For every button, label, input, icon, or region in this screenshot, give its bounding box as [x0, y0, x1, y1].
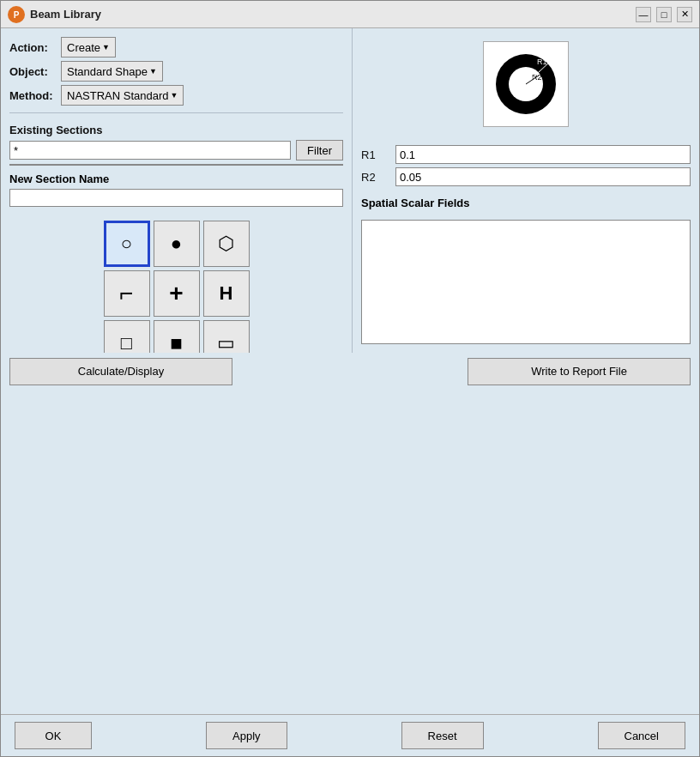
spacer-area: ↖ — [1, 391, 699, 715]
maximize-button[interactable]: □ — [656, 7, 672, 22]
shape-hexagon[interactable]: ⬡ — [203, 221, 250, 267]
shape-h[interactable]: H — [203, 270, 250, 317]
action-dropdown[interactable]: Create ▼ — [61, 37, 116, 58]
right-panel: R1 R2 R1 R2 — [353, 28, 699, 353]
reset-button[interactable]: Reset — [401, 722, 484, 749]
shape-grid: ○ ● ⬡ ⌐ + H □ ■ ▭ — [104, 221, 250, 353]
titlebar: P Beam Library — □ ✕ — [1, 1, 699, 28]
new-section-label: New Section Name — [9, 173, 343, 185]
cancel-button[interactable]: Cancel — [598, 722, 685, 749]
report-button[interactable]: Write to Report File — [468, 358, 691, 385]
sections-list[interactable] — [9, 164, 343, 166]
object-label: Object: — [9, 65, 61, 78]
window-title: Beam Library — [30, 8, 101, 21]
minimize-button[interactable]: — — [636, 7, 651, 22]
new-section-input[interactable] — [9, 189, 343, 207]
params-container: R1 R2 — [361, 145, 691, 190]
titlebar-left: P Beam Library — [8, 6, 101, 23]
r2-label: R2 — [361, 171, 395, 184]
shape-rect-hollow[interactable]: ▭ — [203, 320, 250, 353]
left-panel: Action: Create ▼ Object: Standard Shape … — [1, 28, 353, 353]
r1-label: R1 — [361, 148, 395, 161]
bottom-buttons: Calculate/Display Write to Report File — [1, 353, 699, 391]
ok-button[interactable]: OK — [15, 722, 92, 749]
svg-text:R1: R1 — [537, 58, 547, 66]
method-dropdown[interactable]: NASTRAN Standard ▼ — [61, 85, 184, 106]
shape-hollow-circle[interactable]: ○ — [104, 221, 150, 267]
svg-text:P: P — [14, 10, 20, 20]
shape-l-shape[interactable]: ⌐ — [104, 270, 150, 317]
close-button[interactable]: ✕ — [677, 7, 692, 22]
shape-plus[interactable]: + — [154, 270, 200, 317]
app-icon: P — [8, 6, 25, 23]
shape-solid-circle[interactable]: ● — [154, 221, 200, 267]
object-row: Object: Standard Shape ▼ — [9, 61, 343, 82]
method-dropdown-arrow: ▼ — [171, 91, 178, 100]
calculate-button[interactable]: Calculate/Display — [9, 358, 232, 385]
r2-input[interactable] — [395, 167, 691, 186]
method-row: Method: NASTRAN Standard ▼ — [9, 85, 343, 106]
shape-square-hollow[interactable]: □ — [104, 320, 150, 353]
bottom-actions: OK Apply Reset Cancel — [1, 714, 699, 756]
shape-square-solid[interactable]: ■ — [154, 320, 200, 353]
param-r2-row: R2 — [361, 167, 691, 186]
filter-button[interactable]: Filter — [296, 140, 343, 160]
object-dropdown-arrow: ▼ — [149, 67, 157, 76]
filter-row: Filter — [9, 140, 343, 160]
object-dropdown[interactable]: Standard Shape ▼ — [61, 61, 163, 82]
apply-button[interactable]: Apply — [206, 722, 287, 749]
existing-sections-label: Existing Sections — [9, 124, 343, 136]
preview-area: R1 R2 — [361, 37, 691, 131]
action-row: Action: Create ▼ — [9, 37, 343, 58]
window-controls: — □ ✕ — [636, 7, 692, 22]
r1-input[interactable] — [395, 145, 691, 164]
spatial-label: Spatial Scalar Fields — [361, 197, 691, 209]
preview-box: R1 R2 — [483, 41, 569, 127]
action-label: Action: — [9, 41, 61, 54]
param-r1-row: R1 — [361, 145, 691, 164]
spatial-fields-box[interactable] — [361, 220, 691, 344]
main-content: Action: Create ▼ Object: Standard Shape … — [1, 28, 699, 353]
method-label: Method: — [9, 89, 61, 102]
main-window: P Beam Library — □ ✕ Action: Create ▼ — [0, 0, 700, 757]
filter-input[interactable] — [9, 141, 291, 160]
action-dropdown-arrow: ▼ — [102, 43, 110, 51]
